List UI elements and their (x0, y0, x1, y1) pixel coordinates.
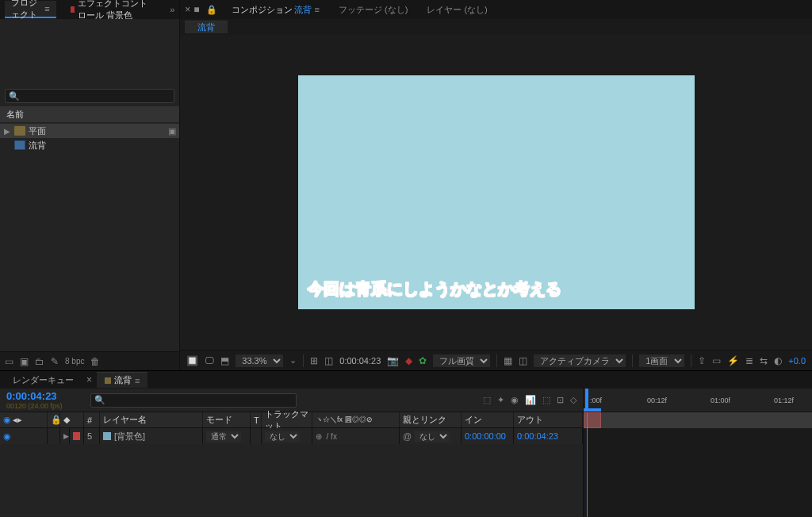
bpc-label[interactable]: 8 bpc (65, 357, 84, 366)
t-header[interactable]: T (251, 412, 262, 427)
lock-icon[interactable]: 🔒 (206, 5, 217, 15)
close-tab-icon[interactable]: × (86, 374, 92, 385)
zoom-dropdown[interactable]: 33.3% (236, 354, 283, 367)
work-area-bar[interactable] (584, 408, 601, 412)
preview-time[interactable]: 0:00:04:23 (339, 356, 381, 366)
tab-render-label: レンダーキュー (13, 374, 74, 386)
resolution-icon[interactable]: ⊞ (310, 355, 318, 366)
settings-icon[interactable]: ✎ (51, 356, 59, 367)
project-item-folder[interactable]: ▶ 平面 ▣ (0, 124, 179, 138)
project-column-name[interactable]: 名前 (0, 106, 179, 122)
tab-layer-label: レイヤー (なし) (427, 4, 487, 16)
snapshot-icon[interactable]: 📷 (387, 355, 399, 366)
time-ruler[interactable]: :00f 00:12f 01:00f 01:12f (584, 389, 812, 412)
motion-blur-icon[interactable]: ◉ (511, 395, 519, 405)
project-item-comp[interactable]: 流背 (0, 138, 179, 152)
exposure-value[interactable]: +0.0 (788, 356, 806, 366)
new-comp-icon[interactable]: ▣ (20, 356, 29, 367)
project-item-label: 流背 (29, 140, 46, 151)
viewer-canvas-area[interactable]: 今回は青系にしようかなとか考える (180, 35, 812, 350)
comp-breadcrumb[interactable]: 流背 (185, 21, 228, 33)
views-dropdown[interactable]: 1画面 (639, 354, 684, 367)
composition-canvas[interactable]: 今回は青系にしようかなとか考える (298, 75, 695, 309)
layer-switches[interactable]: ⊕ / fx (312, 428, 400, 444)
current-timecode[interactable]: 0:00:04:23 (6, 390, 79, 402)
tab-comp-label: 流背 (114, 374, 132, 386)
shy-icon[interactable]: ⬚ (483, 395, 491, 405)
out-header[interactable]: アウト (514, 412, 583, 427)
trash-icon[interactable]: 🗑 (90, 356, 100, 367)
matte-dropdown[interactable]: なし (265, 431, 300, 442)
magnify-icon[interactable]: 🔲 (186, 355, 198, 366)
comp-chip-icon (105, 377, 111, 384)
timeline-layer-row[interactable]: ◉ ▶ 5 [背景色] 通常 なし ⊕ / fx @ なし 0:00:00:00 (0, 428, 583, 444)
close-tab-icon[interactable]: × (185, 4, 190, 15)
hamburger-icon[interactable]: ≡ (135, 376, 140, 385)
exposure-reset-icon[interactable]: ◐ (774, 355, 782, 366)
tab-comp-name: 流背 (294, 4, 312, 16)
draft3d-icon[interactable]: ⬚ (542, 395, 550, 405)
roi-icon[interactable]: ◫ (324, 355, 333, 366)
parent-dropdown[interactable]: なし (415, 431, 450, 442)
channel-icon[interactable]: ◆ (405, 355, 412, 366)
lock-header: 🔒 (48, 412, 60, 427)
project-search-input[interactable] (5, 89, 174, 103)
chevron-right-icon[interactable]: ▶ (3, 127, 11, 136)
tab-effects-label: エフェクトコントロール 背景色 (78, 0, 156, 21)
eye-icon: ◉ (3, 415, 11, 425)
eye-icon[interactable]: ◉ (3, 431, 11, 442)
layer-in[interactable]: 0:00:00:00 (462, 428, 514, 444)
work-area-strip[interactable] (584, 412, 812, 428)
panel-overflow-icon[interactable]: » (170, 5, 174, 14)
tab-footage[interactable]: フッテージ (なし) (331, 1, 416, 18)
pickwhip-icon[interactable]: @ (403, 431, 412, 441)
color-icon[interactable]: ✿ (419, 355, 427, 366)
tab-composition[interactable]: コンポジション 流背 ≡ (224, 1, 327, 18)
tab-comp-prefix: コンポジション (232, 4, 293, 16)
switches-header[interactable]: ヽ☆＼fx 圓◎◎⊘ (312, 412, 400, 427)
layer-name: [背景色] (114, 431, 145, 442)
parent-header[interactable]: 親とリンク (400, 412, 462, 427)
mode-dropdown[interactable]: 通常 (206, 431, 241, 442)
switch-icon[interactable]: ⊡ (557, 395, 564, 405)
in-header[interactable]: イン (462, 412, 514, 427)
monitor-icon[interactable]: 🖵 (205, 355, 214, 366)
comp-chip-label: 流背 (197, 21, 215, 33)
fast-preview-icon[interactable]: ⚡ (727, 355, 739, 366)
label-color-icon[interactable] (73, 432, 80, 440)
layer-name-header[interactable]: レイヤー名 (100, 412, 203, 427)
share-icon[interactable]: ⇪ (698, 355, 706, 366)
timeline-icon[interactable]: ≣ (745, 355, 753, 366)
grid-icon[interactable]: ▦ (504, 355, 512, 366)
hamburger-icon[interactable]: ≡ (315, 5, 320, 14)
playhead-line[interactable] (587, 412, 588, 517)
ruler-tick: :00f (590, 396, 602, 404)
tab-render-queue[interactable]: レンダーキュー (5, 372, 82, 388)
mask-icon[interactable]: ⬒ (220, 355, 229, 366)
tab-timeline-comp[interactable]: 流背 ≡ (97, 372, 147, 388)
layer-out[interactable]: 0:00:04:23 (514, 428, 583, 444)
red-chip-icon (71, 6, 75, 13)
camera-dropdown[interactable]: アクティブカメラ (534, 354, 626, 367)
pixel-aspect-icon[interactable]: ▭ (712, 355, 721, 366)
graph-editor-icon[interactable]: 📊 (525, 395, 536, 405)
guides-icon[interactable]: ◫ (519, 355, 527, 366)
timeline-track-area[interactable] (584, 412, 812, 517)
flowchart-icon[interactable]: ⇆ (760, 355, 768, 366)
track-matte-header[interactable]: トラックマット (262, 412, 312, 427)
marker-icon[interactable]: ◇ (570, 395, 576, 405)
mode-header[interactable]: モード (203, 412, 251, 427)
timeline-search-input[interactable] (90, 393, 297, 408)
tab-project[interactable]: プロジェクト ≡ (5, 1, 56, 18)
tab-effect-controls[interactable]: エフェクトコントロール 背景色 (64, 1, 163, 18)
chevron-right-icon[interactable]: ▶ (63, 432, 69, 440)
interpret-footage-icon[interactable]: ▭ (5, 356, 13, 367)
new-folder-icon[interactable]: 🗀 (35, 356, 44, 367)
frame-blend-icon[interactable]: ✦ (497, 395, 504, 405)
ruler-tick: 01:00f (710, 396, 730, 404)
quality-dropdown[interactable]: フル画質 (433, 354, 490, 367)
hamburger-icon[interactable]: ≡ (44, 4, 49, 13)
num-header[interactable]: # (84, 412, 100, 427)
tab-layer[interactable]: レイヤー (なし) (419, 1, 495, 18)
ruler-tick: 00:12f (647, 396, 667, 404)
